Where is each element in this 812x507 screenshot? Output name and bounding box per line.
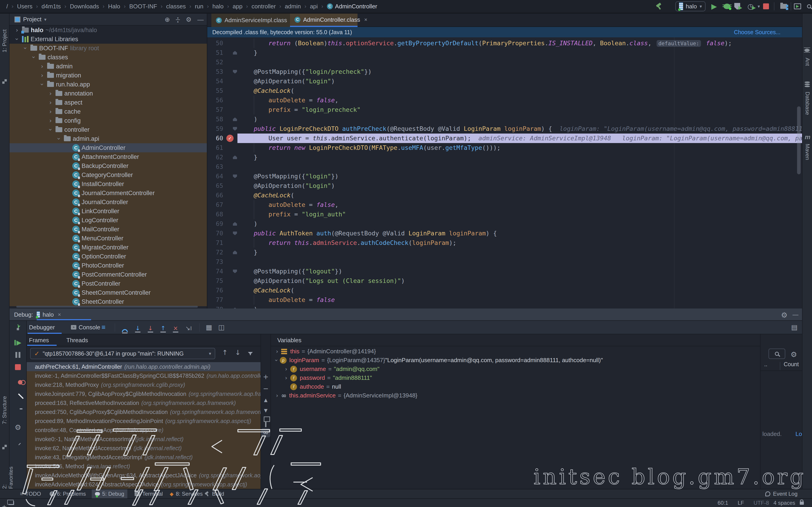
stack-frame[interactable]: invoke:62, NativeMethodAccessorImpl(jdk.…: [27, 444, 261, 453]
tree-item[interactable]: ›cache: [9, 107, 207, 116]
gear-icon[interactable]: ⚙: [186, 16, 192, 23]
breadcrumb-item[interactable]: BOOT-INF: [130, 3, 157, 10]
tree-item[interactable]: CSheetController: [9, 297, 207, 306]
rerun-icon[interactable]: [17, 325, 19, 329]
code-line-72[interactable]: 72 }: [207, 247, 802, 257]
fold-start-icon[interactable]: [233, 270, 237, 273]
breadcrumb-item[interactable]: run: [195, 3, 203, 10]
code-line-52[interactable]: 52: [207, 57, 802, 67]
frame-down-icon[interactable]: ↓: [235, 350, 241, 355]
fold-end-icon[interactable]: [233, 156, 237, 159]
chevron-right-icon[interactable]: ›: [273, 392, 281, 399]
stack-frame[interactable]: proceed:163, ReflectiveMethodInvocation(…: [27, 398, 261, 407]
memory-search-box[interactable]: [768, 349, 785, 359]
gear-icon[interactable]: ⚙: [781, 311, 788, 319]
tree-item[interactable]: CAttachmentController: [9, 152, 207, 161]
restore-layout-icon[interactable]: ▤: [791, 321, 798, 334]
code-line-68[interactable]: 68 prefix = "login_auth": [207, 210, 802, 219]
fold-start-icon[interactable]: [233, 70, 237, 73]
chevron-right-icon[interactable]: ›: [48, 90, 53, 97]
maven-icon[interactable]: m: [805, 133, 810, 141]
breadcrumb-item[interactable]: Downloads: [70, 3, 99, 10]
structure-tool-icon[interactable]: [2, 445, 7, 449]
tool-window-button-6-problems[interactable]: !6: Problems: [46, 489, 89, 498]
tree-item[interactable]: CPostController: [9, 279, 207, 288]
chevron-right-icon[interactable]: ›: [273, 348, 281, 355]
chevron-down-icon[interactable]: ▾: [44, 17, 46, 22]
tool-window-button-build[interactable]: Build: [202, 489, 227, 498]
tree-item[interactable]: CMailController: [9, 225, 207, 234]
copy-icon[interactable]: [265, 418, 266, 427]
run-config-selector[interactable]: halo ▾: [675, 1, 706, 11]
gear-icon[interactable]: ⚙: [15, 423, 21, 432]
run-button[interactable]: ▶: [711, 0, 717, 13]
tree-item[interactable]: CPhotoController: [9, 261, 207, 270]
chevron-right-icon[interactable]: ›: [14, 27, 20, 33]
choose-sources-link[interactable]: Choose Sources...: [734, 27, 780, 37]
pause-icon[interactable]: [15, 352, 20, 358]
drop-frame-icon[interactable]: ×: [173, 322, 178, 335]
variable-row-password[interactable]: ›fpassword="admin888111": [271, 374, 760, 382]
stop-button[interactable]: [763, 0, 769, 13]
chevron-right-icon[interactable]: ›: [282, 375, 290, 381]
search-everywhere-icon[interactable]: [807, 0, 811, 13]
memory-column-class[interactable]: ..: [764, 361, 767, 368]
code-line-50[interactable]: 50 return (Boolean)this.optionService.ge…: [207, 39, 802, 48]
code-line-77[interactable]: 77 autoDelete = false: [207, 295, 802, 305]
code-line-78[interactable]: 78 ): [207, 305, 802, 308]
fold-end-icon[interactable]: [233, 117, 237, 121]
stack-frame[interactable]: invoke0:-1, NativeMethodAccessorImpl(jdk…: [27, 435, 261, 444]
code-line-67[interactable]: 67 autoDelete = false,: [207, 200, 802, 210]
code-line-59[interactable]: 59 public LoginPreCheckDTO authPreCheck(…: [207, 124, 802, 133]
run-anything-icon[interactable]: ▶: [794, 0, 801, 13]
variable-row-username[interactable]: ›fusername="admin@qq.com": [271, 364, 760, 374]
chevron-right-icon[interactable]: ›: [48, 108, 53, 115]
tree-item[interactable]: CLogController: [9, 216, 207, 225]
stop-icon[interactable]: [15, 364, 21, 371]
close-icon[interactable]: ×: [364, 16, 367, 23]
evaluate-expression-icon[interactable]: ▦: [206, 321, 212, 334]
memory-load-link[interactable]: Lo: [796, 431, 802, 438]
breadcrumb-item[interactable]: CAdminController: [327, 3, 377, 10]
frame-up-icon[interactable]: ↑: [222, 350, 228, 355]
chevron-right-icon[interactable]: ›: [48, 99, 53, 106]
fold-end-icon[interactable]: [233, 51, 237, 55]
breadcrumb-item[interactable]: admin: [285, 3, 301, 10]
caret-position[interactable]: 60:1: [717, 499, 728, 507]
tree-item[interactable]: CPostCommentController: [9, 270, 207, 279]
layout-settings-icon[interactable]: ◫: [218, 321, 224, 334]
tree-item[interactable]: CMigrateController: [9, 243, 207, 252]
stack-frame[interactable]: invoke:218, MethodProxy(org.springframew…: [27, 380, 261, 389]
chevron-down-icon[interactable]: ›: [39, 81, 45, 88]
debug-session-tab[interactable]: halo ×: [37, 308, 61, 321]
chevron-right-icon[interactable]: ›: [39, 63, 45, 69]
database-icon[interactable]: [805, 81, 810, 83]
tab-threads[interactable]: Threads: [66, 334, 88, 347]
breadcrumb-item[interactable]: /: [6, 3, 8, 10]
stack-frame[interactable]: controller:48, ControllerLogAop(run.halo…: [27, 426, 261, 435]
tree-item[interactable]: CCategoryController: [9, 170, 207, 179]
chevron-down-icon[interactable]: ›: [22, 45, 29, 51]
stack-frame[interactable]: invokeJoinpoint:779, CglibAopProxy$Cglib…: [27, 389, 261, 398]
chevron-down-icon[interactable]: ›: [56, 136, 62, 142]
code-line-76[interactable]: 76 @CacheLock(: [207, 286, 802, 295]
tree-item[interactable]: COptionController: [9, 252, 207, 261]
ant-icon[interactable]: [805, 49, 810, 52]
chevron-right-icon[interactable]: ›: [48, 117, 53, 124]
stack-frame[interactable]: invoke:43, DelegatingMethodAccessorImpl(…: [27, 453, 261, 462]
breadcrumb-item[interactable]: Users: [17, 3, 33, 10]
tree-item[interactable]: CAdminController: [9, 143, 207, 152]
tab-debugger[interactable]: Debugger: [29, 321, 55, 334]
gear-icon[interactable]: ⚙: [791, 350, 797, 359]
tool-window-button-terminal[interactable]: >Terminal: [132, 489, 166, 498]
tree-scrollbar[interactable]: [16, 306, 198, 307]
stack-frame[interactable]: proceed:89, MethodInvocationProceedingJo…: [27, 416, 261, 426]
chevron-down-icon[interactable]: ›: [273, 357, 280, 364]
code-line-64[interactable]: 64 @PostMapping({"login"}): [207, 172, 802, 181]
breadcrumb-item[interactable]: api: [310, 3, 318, 10]
chevron-down-icon[interactable]: ›: [14, 36, 20, 42]
build-hammer-icon[interactable]: [656, 0, 662, 13]
editor-tab-2[interactable]: CAdminController.class×: [290, 13, 358, 27]
open-project-icon[interactable]: [780, 0, 787, 13]
tool-window-button-database[interactable]: Database: [804, 92, 811, 115]
